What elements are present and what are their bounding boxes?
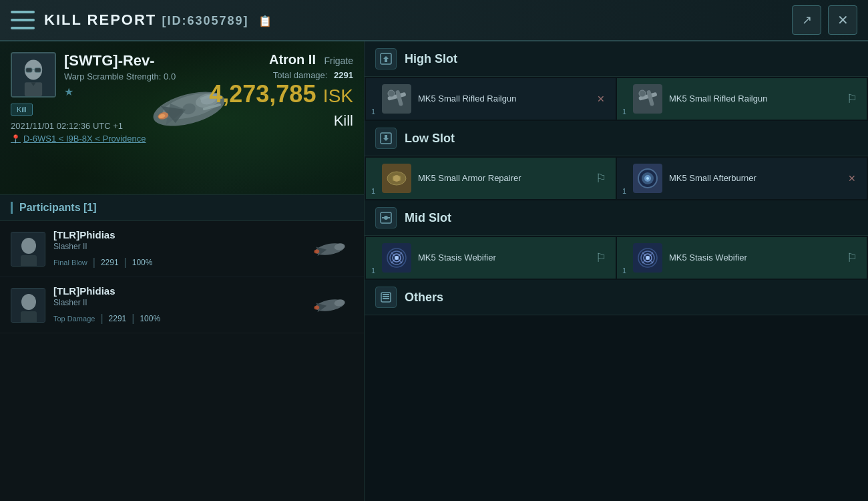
participant-ship: Slasher II [53, 298, 301, 307]
high-slot-grid: 1 MK5 Small Rifled Railgun ✕ 1 [365, 77, 868, 121]
item-name: MK5 Small Armor Repairer [418, 173, 593, 184]
remove-button[interactable]: ✕ [844, 170, 860, 186]
isk-line: 4,273,785 ISK [209, 80, 353, 108]
pilot-details: [SWTG]-Rev- Warp Scramble Strength: 0.0 … [64, 52, 176, 98]
isk-value: 4,273,785 [209, 80, 316, 108]
fitting-item[interactable]: 1 MK5 Small Rifled Railgun ⚐ [617, 78, 867, 120]
ship-info: Atron II Frigate Total damage: 2291 4,27… [209, 52, 353, 130]
kill-banner: [SWTG]-Rev- Warp Scramble Strength: 0.0 … [0, 41, 364, 195]
item-name: MK5 Stasis Webifier [669, 253, 844, 264]
stat-damage: 2291 [109, 314, 127, 323]
item-qty: 1 [371, 108, 375, 116]
svg-rect-39 [633, 84, 662, 114]
stat-percent: 100% [140, 314, 160, 323]
stat-percent: 100% [132, 258, 153, 267]
kill-location[interactable]: D-6WS1 < I9B-8X < Providence [11, 134, 353, 144]
low-slot-header: Low Slot [365, 121, 868, 156]
participant-row[interactable]: [TLR]Phidias Slasher II Final Blow | 229… [0, 221, 364, 277]
person-button[interactable]: ⚐ [593, 170, 609, 186]
left-panel: [SWTG]-Rev- Warp Scramble Strength: 0.0 … [0, 41, 364, 501]
svg-point-27 [21, 294, 36, 310]
person-button[interactable]: ⚐ [844, 250, 860, 266]
item-qty: 1 [371, 187, 375, 195]
mid-slot-grid: 1 MK5 Stasis Webifier ⚐ [365, 236, 868, 280]
damage-value: 2291 [334, 70, 353, 80]
participant-stats: Top Damage | 2291 | 100% [53, 313, 301, 325]
page-title: KILL REPORT [ID:6305789] 📋 [44, 11, 273, 29]
participant-avatar [11, 288, 45, 323]
module-icon [633, 164, 662, 193]
high-slot-header: High Slot [365, 41, 868, 77]
participant-avatar [11, 232, 45, 267]
svg-point-19 [21, 238, 36, 254]
main-content: [SWTG]-Rev- Warp Scramble Strength: 0.0 … [0, 41, 868, 501]
header-actions: ↗ ✕ [792, 5, 857, 35]
title-text: KILL REPORT [44, 11, 156, 28]
close-button[interactable]: ✕ [828, 5, 857, 35]
participant-name: [TLR]Phidias [53, 285, 301, 297]
svg-point-42 [639, 90, 646, 97]
pilot-avatar [11, 52, 56, 98]
item-name: MK5 Stasis Webifier [418, 253, 593, 264]
svg-rect-73 [383, 294, 389, 295]
svg-rect-28 [21, 311, 37, 323]
fitting-item[interactable]: 1 MK5 Small Rifled Railgun ✕ [366, 78, 616, 120]
damage-label: Total damage: [273, 70, 328, 80]
menu-button[interactable] [11, 11, 35, 29]
pilot-name: [SWTG]-Rev- [64, 52, 176, 69]
person-button[interactable]: ⚐ [593, 250, 609, 266]
module-icon [382, 164, 411, 193]
fitting-item[interactable]: 1 MK5 Small Armor Repairer ⚐ [366, 158, 616, 199]
kill-id: [ID:6305789] [162, 14, 248, 27]
participant-info: [TLR]Phidias Slasher II Top Damage | 229… [53, 285, 301, 325]
mid-slot-header: Mid Slot [365, 200, 868, 236]
fitting-item[interactable]: 1 MK5 Stasis Webifier ⚐ [366, 237, 616, 279]
item-qty: 1 [622, 187, 626, 195]
ship-name-line: Atron II Frigate [209, 52, 353, 67]
ship-type: Frigate [324, 55, 353, 66]
item-qty: 1 [371, 267, 375, 275]
svg-rect-13 [26, 68, 32, 73]
participant-stats: Final Blow | 2291 | 100% [53, 257, 301, 269]
item-name: MK5 Small Rifled Railgun [669, 94, 844, 105]
svg-rect-35 [382, 84, 411, 114]
participant-ship-icon [306, 289, 353, 322]
low-slot-title: Low Slot [405, 132, 455, 146]
module-icon [382, 84, 411, 114]
svg-point-69 [646, 256, 650, 260]
stat-label: Top Damage [53, 315, 95, 323]
export-button[interactable]: ↗ [792, 5, 821, 35]
person-button[interactable]: ⚐ [844, 91, 860, 107]
export-icon: ↗ [802, 13, 812, 27]
participant-ship: Slasher II [53, 242, 301, 251]
module-icon [633, 84, 662, 114]
svg-point-62 [395, 256, 399, 260]
svg-rect-72 [383, 298, 389, 299]
participants-header: Participants [1] [0, 195, 364, 221]
participants-title: Participants [1] [11, 202, 97, 214]
ship-name: Atron II [269, 52, 316, 67]
damage-line: Total damage: 2291 [209, 70, 353, 80]
header: KILL REPORT [ID:6305789] 📋 ↗ ✕ [0, 0, 868, 41]
star-icon: ★ [64, 86, 73, 98]
close-icon: ✕ [837, 12, 849, 28]
svg-rect-14 [35, 68, 41, 73]
kill-badge: Kill [11, 104, 33, 116]
low-slot-grid: 1 MK5 Small Armor Repairer ⚐ 1 [365, 156, 868, 200]
high-slot-title: High Slot [405, 52, 457, 66]
low-slot-icon [375, 128, 397, 149]
remove-button[interactable]: ✕ [593, 91, 609, 107]
participant-name: [TLR]Phidias [53, 229, 301, 240]
participant-ship-icon [306, 232, 353, 266]
fitting-item[interactable]: 1 MK5 Stasis Webifier ⚐ [617, 237, 867, 279]
pilot-rank: ★ [64, 86, 176, 98]
participant-row[interactable]: [TLR]Phidias Slasher II Top Damage | 229… [0, 277, 364, 333]
fitting-item[interactable]: 1 MK5 Small Afterburner ✕ [617, 158, 867, 199]
module-icon [382, 243, 411, 273]
others-header: Others [365, 280, 868, 315]
svg-point-52 [646, 177, 649, 180]
copy-icon[interactable]: 📋 [258, 15, 273, 27]
high-slot-icon [375, 48, 397, 69]
mid-slot-icon [375, 207, 397, 228]
pilot-corp: Warp Scramble Strength: 0.0 [64, 71, 176, 81]
